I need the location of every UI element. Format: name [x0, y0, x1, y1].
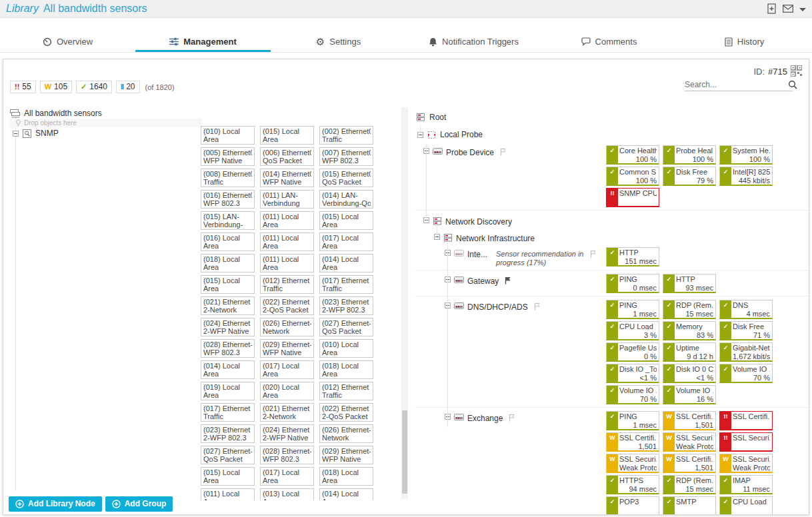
library-sensor-tile[interactable]: (011) LocalArea: [260, 254, 314, 272]
library-sensor-tile[interactable]: (017) Ethernet 2Traffic: [201, 403, 255, 422]
node-label[interactable]: Inte...: [467, 250, 487, 259]
library-sensor-tile[interactable]: (015) LocalArea: [260, 126, 314, 145]
library-sensor-tile[interactable]: (014) LocalArea: [201, 360, 255, 379]
add-group-button[interactable]: Add Group: [105, 496, 173, 512]
sensor-tile[interactable]: ✓Gigabit-Net...1,672 kbit/s: [719, 342, 773, 362]
collapse-toggle[interactable]: [13, 131, 19, 137]
sensor-tile[interactable]: ✓PING1 msec: [606, 411, 659, 430]
badge-paused[interactable]: II20: [116, 81, 139, 93]
sensor-tile[interactable]: ✓PING1 msec: [606, 300, 659, 319]
node-label[interactable]: SNMP: [35, 129, 59, 138]
node-label[interactable]: Probe Device: [446, 148, 494, 157]
sensor-tile[interactable]: ✓IMAP11 msec: [719, 475, 773, 494]
badge-warning[interactable]: W105: [40, 81, 72, 93]
library-sensor-tile[interactable]: (006) Ethernet0-QoS Packet: [260, 147, 314, 166]
tab-overview[interactable]: Overview: [0, 33, 135, 52]
sensor-tile[interactable]: ✓Disk Free71 %: [719, 321, 773, 340]
sensor-tile[interactable]: WSSL Certifi...1,501: [663, 454, 716, 473]
library-sensor-tile[interactable]: (017) LocalArea: [319, 233, 373, 251]
library-sensor-tile[interactable]: (013) LocalArea: [260, 488, 314, 500]
search-input[interactable]: [685, 80, 788, 89]
library-sensor-tile[interactable]: (008) Ethernet0Traffic: [201, 169, 255, 187]
library-sensor-tile[interactable]: (015) LAN-Verbindung-: [201, 211, 255, 230]
tab-history[interactable]: History: [677, 33, 812, 52]
sensor-tile[interactable]: WSSL Securi...Weak Proto...: [719, 454, 773, 473]
sensor-tile[interactable]: ✓Volume IO ...16 %: [663, 385, 716, 404]
library-sensor-tile[interactable]: (022) Ethernet2-QoS Packet: [260, 296, 314, 315]
flag-icon[interactable]: [500, 148, 507, 156]
library-sensor-tile[interactable]: (021) Ethernet2-Network: [260, 403, 314, 422]
sensor-tile[interactable]: ✓SMTP: [663, 496, 716, 515]
tree-node[interactable]: Network Infrastructure: [415, 231, 606, 243]
sensor-tile[interactable]: ✓Volume IO ...70 %: [606, 385, 659, 404]
library-sensor-tile[interactable]: (007) Ethernet0-WFP 802.3: [319, 147, 373, 166]
node-label[interactable]: Root: [429, 113, 446, 122]
sensor-tile[interactable]: !!SSL Securi...: [719, 432, 773, 452]
library-sensor-tile[interactable]: (020) LocalArea: [260, 382, 314, 400]
sensor-tile[interactable]: ✓Intel[R] 825...445 kbit/s: [719, 167, 773, 186]
scrollbar-thumb[interactable]: [402, 410, 407, 494]
library-sensor-tile[interactable]: (010) LocalArea: [201, 126, 255, 145]
sensor-tile[interactable]: WSSL Securi...Weak Proto...: [606, 454, 659, 473]
tab-management[interactable]: Management: [135, 33, 271, 52]
tree-node[interactable]: Network Discovery: [415, 215, 606, 227]
flag-icon[interactable]: [509, 414, 515, 422]
node-label[interactable]: Gateway: [467, 276, 499, 286]
search-icon[interactable]: [788, 80, 797, 89]
sensor-tile[interactable]: !!SSL Certifi...: [719, 411, 773, 430]
library-sensor-tile[interactable]: (024) Ethernet2-WFP Native: [201, 318, 255, 336]
library-sensor-tile[interactable]: (029) Ethernet-WFP Native: [260, 339, 314, 358]
sensor-tile[interactable]: ✓HTTP151 msec: [606, 247, 659, 266]
sensor-tile[interactable]: ✓HTTPS94 msec: [606, 475, 659, 494]
library-sensor-tile[interactable]: (028) Ethernet-WFP 802.3: [201, 339, 255, 358]
library-sensor-tile[interactable]: (012) EthernetTraffic: [260, 275, 314, 294]
sensor-tile[interactable]: ✓Common S...100 %: [606, 167, 659, 186]
add-library-node-button[interactable]: Add Library Node: [9, 496, 102, 512]
library-sensor-tile[interactable]: (010) LocalArea: [319, 339, 373, 358]
node-label[interactable]: Exchange: [467, 414, 503, 423]
library-sensor-tile[interactable]: (017) LocalArea: [260, 360, 314, 379]
badge-up[interactable]: ✓1640: [76, 81, 112, 93]
sensor-tile[interactable]: ✓System He...100 %: [719, 145, 773, 165]
library-sensor-tile[interactable]: (027) Ethernet-QoS Packet: [201, 446, 255, 464]
qr-code-icon[interactable]: [791, 65, 802, 77]
node-label[interactable]: Local Probe: [440, 130, 483, 139]
badge-down[interactable]: !!55: [10, 81, 36, 93]
library-sensor-tile[interactable]: (019) LocalArea: [201, 382, 255, 400]
library-sensor-tile[interactable]: (021) Ethernet2-Network: [201, 296, 255, 315]
library-sensor-tile[interactable]: (015) LocalArea: [319, 211, 373, 230]
sensor-tile[interactable]: ✓POP3: [606, 496, 659, 515]
library-sensor-tile[interactable]: (005) Ethernet0-WFP Native: [201, 147, 255, 166]
tree-node-local-probe[interactable]: Local Probe: [415, 126, 809, 143]
sensor-tile[interactable]: ✓Pagefile Us...0 %: [606, 342, 659, 362]
node-label[interactable]: Network Infrastructure: [456, 234, 535, 243]
sensor-tile[interactable]: ✓PING0 msec: [606, 274, 659, 293]
sensor-tile[interactable]: WSSL Securi...Weak Proto...: [663, 432, 716, 452]
library-sensor-tile[interactable]: (011) LocalArea: [260, 233, 314, 251]
tree-node[interactable]: DNS/DHCP/ADS: [415, 300, 606, 312]
sensor-tile[interactable]: ✓DNS4 msec: [719, 300, 773, 319]
sensor-tile[interactable]: WSSL Certifi...1,501: [606, 432, 659, 452]
library-sensor-tile[interactable]: (015) LocalArea: [201, 467, 255, 486]
node-label[interactable]: DNS/DHCP/ADS: [467, 302, 528, 312]
library-sensor-tile[interactable]: (022) Ethernet2-QoS Packet: [319, 403, 373, 422]
library-sensor-tile[interactable]: (027) Ethernet-QoS Packet: [319, 318, 373, 336]
library-root-node[interactable]: All bandwidth sensors: [10, 109, 102, 118]
library-sensor-tile[interactable]: (018) LocalArea: [319, 467, 373, 486]
library-sensor-tile[interactable]: (002) Ethernet0Traffic: [319, 126, 373, 145]
flag-icon[interactable]: [534, 302, 541, 310]
breadcrumb[interactable]: Library: [6, 3, 39, 15]
add-object-icon[interactable]: [767, 3, 777, 14]
tab-settings[interactable]: ⚙ Settings: [271, 33, 406, 52]
library-sensor-tile[interactable]: (016) LocalArea: [201, 233, 255, 251]
library-sensor-tile[interactable]: (026) Ethernet-Network: [260, 318, 314, 336]
tree-node[interactable]: Inte...Sensor recommendation in progress…: [415, 247, 606, 267]
sensor-tile[interactable]: ✓Volume IO ...70 %: [719, 364, 773, 383]
library-sensor-tile[interactable]: (017) LocalArea: [260, 467, 314, 486]
library-sensor-tile[interactable]: (014) LocalArea: [319, 254, 373, 272]
sensor-tile[interactable]: ✓Disk Free79 %: [663, 167, 716, 186]
sensor-tile[interactable]: ✓Uptime9 d 12 h: [663, 342, 716, 362]
library-sensor-tile[interactable]: (011) LocalArea: [201, 488, 255, 500]
sensor-tile[interactable]: ✓Core Health100 %: [606, 145, 659, 165]
node-label[interactable]: Network Discovery: [445, 217, 512, 227]
